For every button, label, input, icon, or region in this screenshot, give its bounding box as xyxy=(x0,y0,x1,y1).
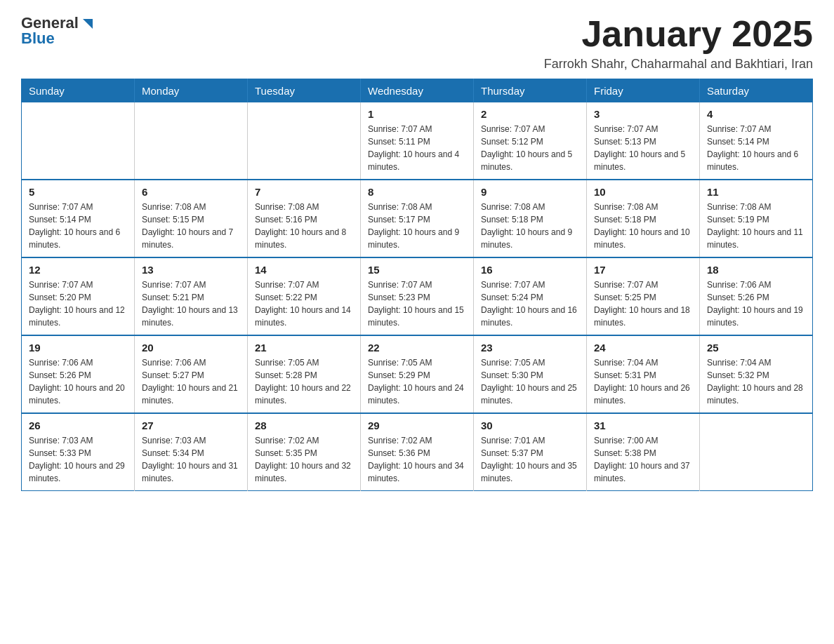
day-info: Sunrise: 7:04 AM Sunset: 5:31 PM Dayligh… xyxy=(594,356,692,407)
calendar-cell: 24Sunrise: 7:04 AM Sunset: 5:31 PM Dayli… xyxy=(587,335,700,413)
day-info: Sunrise: 7:08 AM Sunset: 5:16 PM Dayligh… xyxy=(255,201,353,251)
day-info: Sunrise: 7:07 AM Sunset: 5:14 PM Dayligh… xyxy=(707,123,805,173)
day-number: 15 xyxy=(368,264,466,276)
day-info: Sunrise: 7:02 AM Sunset: 5:35 PM Dayligh… xyxy=(255,434,353,485)
day-number: 14 xyxy=(255,264,353,276)
day-number: 27 xyxy=(142,420,240,431)
day-number: 21 xyxy=(255,342,353,354)
calendar-cell: 16Sunrise: 7:07 AM Sunset: 5:24 PM Dayli… xyxy=(474,257,587,335)
calendar-cell xyxy=(700,413,813,491)
calendar-cell: 31Sunrise: 7:00 AM Sunset: 5:38 PM Dayli… xyxy=(587,413,700,491)
day-info: Sunrise: 7:07 AM Sunset: 5:14 PM Dayligh… xyxy=(29,201,127,251)
day-info: Sunrise: 7:08 AM Sunset: 5:19 PM Dayligh… xyxy=(707,201,805,251)
day-number: 4 xyxy=(707,108,805,120)
day-number: 22 xyxy=(368,342,466,354)
calendar-cell: 3Sunrise: 7:07 AM Sunset: 5:13 PM Daylig… xyxy=(587,102,700,180)
calendar-cell: 9Sunrise: 7:08 AM Sunset: 5:18 PM Daylig… xyxy=(474,180,587,257)
day-number: 6 xyxy=(142,186,240,198)
calendar-day-header: Tuesday xyxy=(248,79,361,103)
location-subtitle: Farrokh Shahr, Chaharmahal and Bakhtiari… xyxy=(544,57,813,72)
logo: General Blue xyxy=(21,14,95,48)
logo-blue: Blue xyxy=(21,29,55,48)
day-number: 5 xyxy=(29,186,127,198)
day-info: Sunrise: 7:08 AM Sunset: 5:18 PM Dayligh… xyxy=(481,201,579,251)
day-number: 12 xyxy=(29,264,127,276)
day-number: 18 xyxy=(707,264,805,276)
calendar-cell xyxy=(135,102,248,180)
calendar-cell: 8Sunrise: 7:08 AM Sunset: 5:17 PM Daylig… xyxy=(361,180,474,257)
calendar-day-header: Wednesday xyxy=(361,79,474,103)
day-info: Sunrise: 7:06 AM Sunset: 5:26 PM Dayligh… xyxy=(707,279,805,329)
day-info: Sunrise: 7:02 AM Sunset: 5:36 PM Dayligh… xyxy=(368,434,466,485)
svg-marker-0 xyxy=(83,19,93,29)
calendar-cell: 2Sunrise: 7:07 AM Sunset: 5:12 PM Daylig… xyxy=(474,102,587,180)
day-info: Sunrise: 7:05 AM Sunset: 5:30 PM Dayligh… xyxy=(481,356,579,407)
calendar-cell: 29Sunrise: 7:02 AM Sunset: 5:36 PM Dayli… xyxy=(361,413,474,491)
day-number: 1 xyxy=(368,108,466,120)
day-info: Sunrise: 7:05 AM Sunset: 5:28 PM Dayligh… xyxy=(255,356,353,407)
calendar-day-header: Saturday xyxy=(700,79,813,103)
calendar-cell: 6Sunrise: 7:08 AM Sunset: 5:15 PM Daylig… xyxy=(135,180,248,257)
day-info: Sunrise: 7:07 AM Sunset: 5:23 PM Dayligh… xyxy=(368,279,466,329)
calendar-cell: 28Sunrise: 7:02 AM Sunset: 5:35 PM Dayli… xyxy=(248,413,361,491)
day-number: 25 xyxy=(707,342,805,354)
day-number: 16 xyxy=(481,264,579,276)
calendar-cell: 18Sunrise: 7:06 AM Sunset: 5:26 PM Dayli… xyxy=(700,257,813,335)
day-number: 11 xyxy=(707,186,805,198)
calendar-cell: 21Sunrise: 7:05 AM Sunset: 5:28 PM Dayli… xyxy=(248,335,361,413)
day-info: Sunrise: 7:08 AM Sunset: 5:15 PM Dayligh… xyxy=(142,201,240,251)
day-info: Sunrise: 7:07 AM Sunset: 5:12 PM Dayligh… xyxy=(481,123,579,173)
day-number: 30 xyxy=(481,420,579,431)
day-info: Sunrise: 7:03 AM Sunset: 5:33 PM Dayligh… xyxy=(29,434,127,485)
calendar-cell: 10Sunrise: 7:08 AM Sunset: 5:18 PM Dayli… xyxy=(587,180,700,257)
day-info: Sunrise: 7:05 AM Sunset: 5:29 PM Dayligh… xyxy=(368,356,466,407)
calendar-cell: 26Sunrise: 7:03 AM Sunset: 5:33 PM Dayli… xyxy=(22,413,135,491)
calendar-cell: 14Sunrise: 7:07 AM Sunset: 5:22 PM Dayli… xyxy=(248,257,361,335)
day-info: Sunrise: 7:07 AM Sunset: 5:11 PM Dayligh… xyxy=(368,123,466,173)
calendar-week-row: 1Sunrise: 7:07 AM Sunset: 5:11 PM Daylig… xyxy=(22,102,813,180)
month-title: January 2025 xyxy=(544,14,813,54)
calendar-day-header: Monday xyxy=(135,79,248,103)
title-block: January 2025 Farrokh Shahr, Chaharmahal … xyxy=(544,14,813,72)
day-number: 9 xyxy=(481,186,579,198)
day-info: Sunrise: 7:07 AM Sunset: 5:13 PM Dayligh… xyxy=(594,123,692,173)
day-info: Sunrise: 7:08 AM Sunset: 5:17 PM Dayligh… xyxy=(368,201,466,251)
day-number: 8 xyxy=(368,186,466,198)
day-number: 7 xyxy=(255,186,353,198)
day-info: Sunrise: 7:00 AM Sunset: 5:38 PM Dayligh… xyxy=(594,434,692,485)
day-info: Sunrise: 7:07 AM Sunset: 5:25 PM Dayligh… xyxy=(594,279,692,329)
calendar-cell: 19Sunrise: 7:06 AM Sunset: 5:26 PM Dayli… xyxy=(22,335,135,413)
day-number: 28 xyxy=(255,420,353,431)
calendar-table: SundayMondayTuesdayWednesdayThursdayFrid… xyxy=(21,79,813,491)
day-info: Sunrise: 7:06 AM Sunset: 5:27 PM Dayligh… xyxy=(142,356,240,407)
calendar-cell: 11Sunrise: 7:08 AM Sunset: 5:19 PM Dayli… xyxy=(700,180,813,257)
logo-triangle-icon xyxy=(80,16,95,32)
day-info: Sunrise: 7:01 AM Sunset: 5:37 PM Dayligh… xyxy=(481,434,579,485)
day-info: Sunrise: 7:03 AM Sunset: 5:34 PM Dayligh… xyxy=(142,434,240,485)
calendar-cell xyxy=(248,102,361,180)
calendar-cell: 20Sunrise: 7:06 AM Sunset: 5:27 PM Dayli… xyxy=(135,335,248,413)
calendar-cell xyxy=(22,102,135,180)
calendar-week-row: 12Sunrise: 7:07 AM Sunset: 5:20 PM Dayli… xyxy=(22,257,813,335)
day-number: 17 xyxy=(594,264,692,276)
day-number: 13 xyxy=(142,264,240,276)
day-number: 2 xyxy=(481,108,579,120)
calendar-cell: 5Sunrise: 7:07 AM Sunset: 5:14 PM Daylig… xyxy=(22,180,135,257)
calendar-cell: 13Sunrise: 7:07 AM Sunset: 5:21 PM Dayli… xyxy=(135,257,248,335)
calendar-cell: 17Sunrise: 7:07 AM Sunset: 5:25 PM Dayli… xyxy=(587,257,700,335)
day-number: 31 xyxy=(594,420,692,431)
calendar-cell: 27Sunrise: 7:03 AM Sunset: 5:34 PM Dayli… xyxy=(135,413,248,491)
calendar-day-header: Friday xyxy=(587,79,700,103)
calendar-cell: 15Sunrise: 7:07 AM Sunset: 5:23 PM Dayli… xyxy=(361,257,474,335)
day-number: 3 xyxy=(594,108,692,120)
calendar-header-row: SundayMondayTuesdayWednesdayThursdayFrid… xyxy=(22,79,813,103)
day-number: 29 xyxy=(368,420,466,431)
calendar-cell: 7Sunrise: 7:08 AM Sunset: 5:16 PM Daylig… xyxy=(248,180,361,257)
calendar-cell: 1Sunrise: 7:07 AM Sunset: 5:11 PM Daylig… xyxy=(361,102,474,180)
page-header: General Blue January 2025 Farrokh Shahr,… xyxy=(21,14,813,72)
day-info: Sunrise: 7:07 AM Sunset: 5:21 PM Dayligh… xyxy=(142,279,240,329)
calendar-day-header: Thursday xyxy=(474,79,587,103)
day-info: Sunrise: 7:07 AM Sunset: 5:24 PM Dayligh… xyxy=(481,279,579,329)
day-number: 19 xyxy=(29,342,127,354)
calendar-week-row: 26Sunrise: 7:03 AM Sunset: 5:33 PM Dayli… xyxy=(22,413,813,491)
